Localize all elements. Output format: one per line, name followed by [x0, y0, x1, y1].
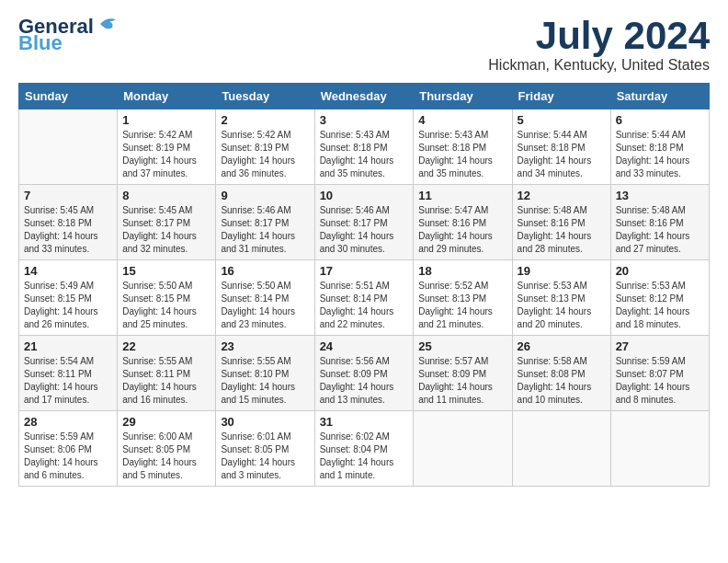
day-info: Sunrise: 5:49 AM Sunset: 8:15 PM Dayligh… — [24, 280, 112, 331]
calendar-week-row: 21Sunrise: 5:54 AM Sunset: 8:11 PM Dayli… — [19, 336, 710, 411]
calendar-cell: 11Sunrise: 5:47 AM Sunset: 8:16 PM Dayli… — [414, 185, 512, 260]
calendar-cell: 6Sunrise: 5:44 AM Sunset: 8:18 PM Daylig… — [610, 109, 709, 185]
calendar-cell: 31Sunrise: 6:02 AM Sunset: 8:04 PM Dayli… — [314, 411, 414, 487]
day-number: 11 — [418, 189, 506, 202]
page-header: General Blue July 2024 Hickman, Kentucky… — [18, 15, 710, 74]
day-number: 1 — [122, 113, 210, 127]
day-info: Sunrise: 5:50 AM Sunset: 8:15 PM Dayligh… — [122, 280, 210, 331]
logo-text-block: General Blue — [18, 15, 123, 55]
header-saturday: Saturday — [610, 84, 709, 109]
day-info: Sunrise: 6:01 AM Sunset: 8:05 PM Dayligh… — [221, 431, 309, 482]
calendar-cell: 16Sunrise: 5:50 AM Sunset: 8:14 PM Dayli… — [216, 260, 314, 336]
header-tuesday: Tuesday — [216, 84, 314, 109]
month-title: July 2024 — [488, 15, 710, 57]
calendar-cell — [512, 411, 610, 487]
calendar-cell: 27Sunrise: 5:59 AM Sunset: 8:07 PM Dayli… — [610, 336, 709, 411]
day-number: 26 — [518, 339, 606, 353]
day-info: Sunrise: 5:47 AM Sunset: 8:16 PM Dayligh… — [418, 204, 506, 256]
calendar-cell: 23Sunrise: 5:55 AM Sunset: 8:10 PM Dayli… — [216, 336, 314, 411]
day-info: Sunrise: 5:42 AM Sunset: 8:19 PM Dayligh… — [221, 129, 309, 180]
header-wednesday: Wednesday — [314, 84, 414, 109]
calendar-cell: 7Sunrise: 5:45 AM Sunset: 8:18 PM Daylig… — [19, 185, 118, 260]
day-number: 17 — [320, 264, 409, 278]
day-number: 19 — [518, 264, 606, 278]
day-number: 14 — [24, 264, 112, 278]
calendar-table: SundayMondayTuesdayWednesdayThursdayFrid… — [18, 83, 710, 487]
day-info: Sunrise: 5:44 AM Sunset: 8:18 PM Dayligh… — [616, 129, 704, 180]
day-number: 16 — [221, 264, 309, 278]
day-number: 3 — [320, 113, 409, 127]
day-number: 27 — [616, 339, 704, 353]
day-info: Sunrise: 5:59 AM Sunset: 8:07 PM Dayligh… — [616, 355, 704, 407]
calendar-cell: 15Sunrise: 5:50 AM Sunset: 8:15 PM Dayli… — [118, 260, 216, 336]
day-number: 9 — [221, 189, 309, 202]
calendar-cell: 18Sunrise: 5:52 AM Sunset: 8:13 PM Dayli… — [414, 260, 512, 336]
logo: General Blue — [18, 15, 123, 55]
day-info: Sunrise: 5:46 AM Sunset: 8:17 PM Dayligh… — [221, 204, 309, 256]
calendar-cell: 19Sunrise: 5:53 AM Sunset: 8:13 PM Dayli… — [512, 260, 610, 336]
calendar-cell: 22Sunrise: 5:55 AM Sunset: 8:11 PM Dayli… — [118, 336, 216, 411]
calendar-week-row: 28Sunrise: 5:59 AM Sunset: 8:06 PM Dayli… — [19, 411, 710, 487]
day-info: Sunrise: 5:55 AM Sunset: 8:11 PM Dayligh… — [122, 355, 210, 407]
calendar-week-row: 14Sunrise: 5:49 AM Sunset: 8:15 PM Dayli… — [19, 260, 710, 336]
day-info: Sunrise: 5:46 AM Sunset: 8:17 PM Dayligh… — [320, 204, 409, 256]
day-number: 13 — [616, 189, 704, 202]
calendar-cell: 12Sunrise: 5:48 AM Sunset: 8:16 PM Dayli… — [512, 185, 610, 260]
calendar-cell: 3Sunrise: 5:43 AM Sunset: 8:18 PM Daylig… — [314, 109, 414, 185]
day-info: Sunrise: 5:56 AM Sunset: 8:09 PM Dayligh… — [320, 355, 409, 407]
day-number: 25 — [418, 339, 506, 353]
calendar-cell: 28Sunrise: 5:59 AM Sunset: 8:06 PM Dayli… — [19, 411, 118, 487]
calendar-cell — [19, 109, 118, 185]
day-number: 4 — [418, 113, 506, 127]
day-number: 28 — [24, 415, 112, 429]
header-friday: Friday — [512, 84, 610, 109]
day-number: 12 — [518, 189, 606, 202]
calendar-cell: 14Sunrise: 5:49 AM Sunset: 8:15 PM Dayli… — [19, 260, 118, 336]
day-number: 8 — [122, 189, 210, 202]
day-info: Sunrise: 6:00 AM Sunset: 8:05 PM Dayligh… — [122, 431, 210, 482]
header-thursday: Thursday — [414, 84, 512, 109]
title-area: July 2024 Hickman, Kentucky, United Stat… — [488, 15, 710, 74]
calendar-week-row: 7Sunrise: 5:45 AM Sunset: 8:18 PM Daylig… — [19, 185, 710, 260]
calendar-cell — [610, 411, 709, 487]
day-number: 2 — [221, 113, 309, 127]
day-info: Sunrise: 5:50 AM Sunset: 8:14 PM Dayligh… — [221, 280, 309, 331]
day-info: Sunrise: 5:45 AM Sunset: 8:17 PM Dayligh… — [122, 204, 210, 256]
calendar-cell: 10Sunrise: 5:46 AM Sunset: 8:17 PM Dayli… — [314, 185, 414, 260]
day-info: Sunrise: 5:48 AM Sunset: 8:16 PM Dayligh… — [616, 204, 704, 256]
day-info: Sunrise: 5:55 AM Sunset: 8:10 PM Dayligh… — [221, 355, 309, 407]
calendar-header-row: SundayMondayTuesdayWednesdayThursdayFrid… — [19, 84, 710, 109]
calendar-cell: 17Sunrise: 5:51 AM Sunset: 8:14 PM Dayli… — [314, 260, 414, 336]
calendar-cell: 13Sunrise: 5:48 AM Sunset: 8:16 PM Dayli… — [610, 185, 709, 260]
calendar-cell: 21Sunrise: 5:54 AM Sunset: 8:11 PM Dayli… — [19, 336, 118, 411]
day-number: 10 — [320, 189, 409, 202]
day-number: 20 — [616, 264, 704, 278]
day-number: 21 — [24, 339, 112, 353]
calendar-cell: 29Sunrise: 6:00 AM Sunset: 8:05 PM Dayli… — [118, 411, 216, 487]
calendar-cell: 25Sunrise: 5:57 AM Sunset: 8:09 PM Dayli… — [414, 336, 512, 411]
day-info: Sunrise: 5:43 AM Sunset: 8:18 PM Dayligh… — [320, 129, 409, 180]
day-number: 23 — [221, 339, 309, 353]
day-number: 29 — [122, 415, 210, 429]
day-info: Sunrise: 5:45 AM Sunset: 8:18 PM Dayligh… — [24, 204, 112, 256]
calendar-week-row: 1Sunrise: 5:42 AM Sunset: 8:19 PM Daylig… — [19, 109, 710, 185]
header-sunday: Sunday — [19, 84, 118, 109]
calendar-cell: 9Sunrise: 5:46 AM Sunset: 8:17 PM Daylig… — [216, 185, 314, 260]
day-info: Sunrise: 6:02 AM Sunset: 8:04 PM Dayligh… — [320, 431, 409, 482]
location-title: Hickman, Kentucky, United States — [488, 57, 710, 74]
logo-blue: Blue — [18, 31, 63, 55]
day-number: 30 — [221, 415, 309, 429]
calendar-cell: 1Sunrise: 5:42 AM Sunset: 8:19 PM Daylig… — [118, 109, 216, 185]
day-info: Sunrise: 5:52 AM Sunset: 8:13 PM Dayligh… — [418, 280, 506, 331]
day-info: Sunrise: 5:48 AM Sunset: 8:16 PM Dayligh… — [518, 204, 606, 256]
day-number: 5 — [518, 113, 606, 127]
day-number: 31 — [320, 415, 409, 429]
day-info: Sunrise: 5:59 AM Sunset: 8:06 PM Dayligh… — [24, 431, 112, 482]
day-number: 24 — [320, 339, 409, 353]
day-number: 7 — [24, 189, 112, 202]
calendar-cell: 20Sunrise: 5:53 AM Sunset: 8:12 PM Dayli… — [610, 260, 709, 336]
calendar-cell: 2Sunrise: 5:42 AM Sunset: 8:19 PM Daylig… — [216, 109, 314, 185]
day-info: Sunrise: 5:54 AM Sunset: 8:11 PM Dayligh… — [24, 355, 112, 407]
day-info: Sunrise: 5:53 AM Sunset: 8:13 PM Dayligh… — [518, 280, 606, 331]
day-number: 18 — [418, 264, 506, 278]
